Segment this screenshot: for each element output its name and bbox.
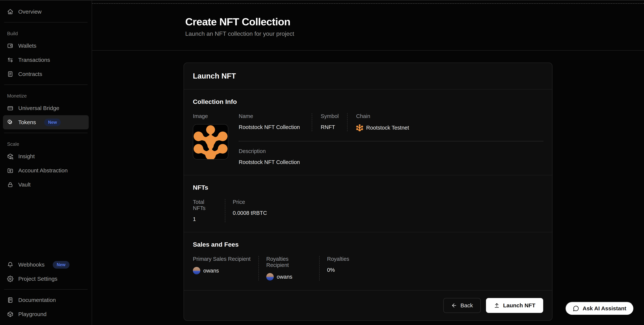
royalties-value: 0% — [327, 267, 349, 273]
lock-icon — [7, 182, 14, 188]
description-value: Rootstock NFT Collection — [239, 159, 543, 165]
nfts-section: NFTs Total NFTs 1 Price 0.0008 tRBTC — [184, 175, 552, 232]
coins-icon — [7, 119, 14, 125]
nfts-row: Total NFTs 1 Price 0.0008 tRBTC — [193, 199, 543, 222]
sidebar-item-overview[interactable]: Overview — [3, 5, 89, 19]
package-search-icon — [7, 153, 14, 160]
sidebar-item-label: Playground — [18, 311, 46, 317]
credit-card-icon — [7, 105, 14, 111]
section-heading: Collection Info — [193, 98, 543, 105]
sidebar-section-monetize: Monetize — [3, 93, 89, 99]
sidebar-divider — [4, 84, 88, 85]
sidebar-item-label: Account Abstraction — [18, 167, 68, 174]
sidebar-item-project-settings[interactable]: Project Settings — [3, 272, 89, 286]
total-nfts-field: Total NFTs 1 — [193, 199, 225, 222]
primary-sales-recipient-label: Primary Sales Recipient — [193, 256, 251, 262]
chain-value-row: Rootstock Testnet — [356, 124, 543, 131]
sidebar-item-insight[interactable]: Insight — [3, 149, 89, 163]
ask-ai-assistant-label: Ask AI Assistant — [582, 305, 626, 312]
sidebar-item-universal-bridge[interactable]: Universal Bridge — [3, 101, 89, 115]
price-label: Price — [233, 199, 267, 205]
sidebar-item-tokens[interactable]: Tokens New — [3, 115, 89, 129]
total-nfts-label: Total NFTs — [193, 199, 218, 211]
description-label: Description — [239, 148, 543, 154]
launch-nft-button-label: Launch NFT — [503, 302, 535, 309]
nft-collection-image — [193, 124, 228, 160]
sidebar-item-label: Webhooks — [18, 262, 44, 268]
recipient-name: owans — [277, 274, 292, 280]
price-value: 0.0008 tRBTC — [233, 210, 267, 216]
wallet-icon — [7, 43, 14, 49]
sidebar-item-label: Tokens — [18, 119, 36, 125]
primary-sales-recipient-value: owans — [193, 267, 251, 274]
sidebar-item-label: Documentation — [18, 297, 56, 303]
arrow-left-icon — [451, 303, 457, 309]
sidebar-section-build: Build — [3, 31, 89, 36]
back-button[interactable]: Back — [443, 298, 481, 313]
home-icon — [7, 8, 14, 15]
recipient-name: owans — [203, 268, 219, 274]
card-footer: Back Launch NFT — [184, 290, 552, 320]
cube-icon — [7, 311, 14, 317]
image-column: Image — [193, 113, 239, 165]
collection-info-section: Collection Info Image — [184, 89, 552, 175]
chat-bubble-icon — [573, 305, 579, 312]
sidebar-item-playground[interactable]: Playground — [3, 307, 89, 321]
primary-sales-recipient-field: Primary Sales Recipient owans — [193, 256, 258, 281]
total-nfts-value: 1 — [193, 216, 218, 222]
sidebar-item-documentation[interactable]: Documentation — [3, 293, 89, 307]
rootstock-chain-icon — [356, 124, 363, 131]
sidebar-section-scale: Scale — [3, 141, 89, 147]
rootstock-artwork — [193, 124, 228, 159]
avatar — [266, 273, 274, 281]
app-window: Overview Build Wallets Transactions Cont… — [0, 0, 644, 325]
page-subtitle: Launch an NFT collection for your projec… — [185, 30, 644, 37]
sales-fees-section: Sales and Fees Primary Sales Recipient o… — [184, 232, 552, 290]
card-title: Launch NFT — [193, 72, 543, 80]
ask-ai-assistant-button[interactable]: Ask AI Assistant — [565, 302, 634, 315]
name-value: Rootstock NFT Collection — [239, 124, 312, 130]
chain-label: Chain — [356, 113, 543, 119]
sidebar-spacer — [3, 192, 89, 258]
sidebar-item-label: Transactions — [18, 57, 50, 63]
sidebar-item-webhooks[interactable]: Webhooks New — [3, 258, 89, 272]
sidebar-item-wallets[interactable]: Wallets — [3, 39, 89, 53]
collection-info-row: Image — [193, 113, 543, 165]
avatar — [193, 267, 200, 274]
price-field: Price 0.0008 tRBTC — [225, 199, 274, 222]
sidebar: Overview Build Wallets Transactions Cont… — [0, 0, 92, 325]
symbol-label: Symbol — [321, 113, 347, 119]
sidebar-item-label: Wallets — [18, 43, 36, 49]
page-title: Create NFT Collection — [185, 16, 644, 28]
sidebar-item-contracts[interactable]: Contracts — [3, 67, 89, 81]
name-label: Name — [239, 113, 312, 119]
arrows-left-right-icon — [7, 57, 14, 63]
upload-icon — [494, 303, 500, 309]
card-header: Launch NFT — [184, 63, 552, 89]
sidebar-item-vault[interactable]: Vault — [3, 178, 89, 192]
royalties-recipient-field: Royalties Recipient owans — [258, 256, 319, 281]
new-badge: New — [53, 261, 69, 269]
collection-info-details: Name Rootstock NFT Collection Symbol RNF… — [239, 113, 543, 165]
new-badge: New — [44, 119, 61, 126]
sidebar-divider — [4, 133, 88, 133]
launch-nft-button[interactable]: Launch NFT — [486, 298, 543, 313]
royalties-recipient-label: Royalties Recipient — [266, 256, 312, 268]
sidebar-item-transactions[interactable]: Transactions — [3, 53, 89, 67]
contract-icon — [7, 71, 14, 77]
launch-nft-card: Launch NFT Collection Info Image — [184, 62, 552, 321]
page-header: Create NFT Collection Launch an NFT coll… — [92, 4, 644, 51]
dotted-divider — [239, 141, 543, 141]
sales-row: Primary Sales Recipient owans Royalties … — [193, 256, 543, 281]
main-area: Create NFT Collection Launch an NFT coll… — [92, 0, 644, 325]
sidebar-item-account-abstraction[interactable]: Account Abstraction — [3, 163, 89, 178]
section-heading: Sales and Fees — [193, 241, 543, 248]
symbol-value: RNFT — [321, 124, 347, 130]
sidebar-divider — [4, 289, 88, 290]
bell-icon — [7, 262, 14, 268]
back-button-label: Back — [460, 302, 473, 309]
symbol-field: Symbol RNFT — [312, 113, 347, 131]
royalties-label: Royalties — [327, 256, 349, 262]
sidebar-divider — [4, 22, 88, 22]
gear-icon — [7, 276, 14, 282]
